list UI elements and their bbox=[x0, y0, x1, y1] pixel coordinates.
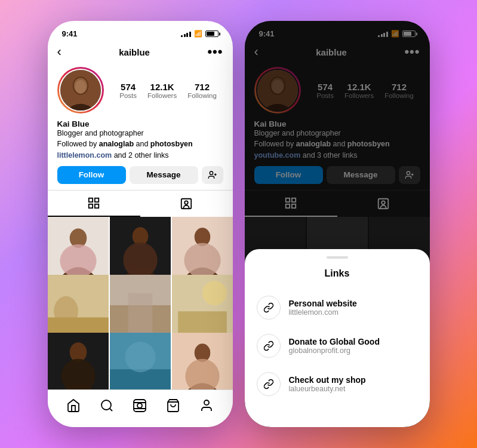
bio-bold2-left: photosbyen bbox=[150, 140, 193, 148]
grid-cell-1[interactable] bbox=[48, 217, 109, 278]
followers-value-left: 12.1K bbox=[150, 82, 174, 92]
stat-followers-left[interactable]: 12.1K Followers bbox=[147, 82, 177, 99]
stats-container-left: 574 Posts 12.1K Followers 712 Following bbox=[113, 82, 223, 99]
stat-posts-left[interactable]: 574 Posts bbox=[119, 82, 137, 99]
grid-cell-9[interactable] bbox=[172, 333, 233, 389]
action-buttons-left: Follow Message bbox=[57, 166, 223, 184]
grid-cell-5[interactable] bbox=[110, 275, 171, 336]
bio-line1-left: Blogger and photographer bbox=[57, 129, 144, 137]
message-button-left[interactable]: Message bbox=[130, 166, 198, 184]
grid-cell-7[interactable] bbox=[48, 333, 109, 389]
links-sheet: Links Personal website littlelemon.com bbox=[245, 249, 430, 427]
svg-point-47 bbox=[204, 400, 209, 405]
bio-bold1-left: analoglab bbox=[99, 140, 134, 148]
svg-rect-7 bbox=[89, 198, 93, 201]
home-nav-left[interactable] bbox=[60, 396, 87, 415]
svg-point-40 bbox=[101, 400, 111, 410]
grid-cell-4[interactable] bbox=[48, 275, 109, 336]
grid-cell-2[interactable] bbox=[110, 217, 171, 278]
svg-rect-9 bbox=[89, 204, 93, 207]
posts-value-left: 574 bbox=[121, 82, 136, 92]
svg-rect-42 bbox=[134, 400, 146, 412]
svg-point-4 bbox=[210, 171, 213, 174]
link-text-left: littlelemon.com bbox=[57, 151, 112, 159]
phone-left: 9:41 📶 ‹ kaiblue ••• bbox=[48, 21, 233, 427]
bottom-nav-left bbox=[48, 389, 233, 427]
shop-nav-left[interactable] bbox=[160, 396, 186, 415]
link-url-1: globalnonprofit.org bbox=[289, 346, 380, 355]
posts-label-left: Posts bbox=[119, 92, 137, 99]
followers-label-left: Followers bbox=[147, 92, 177, 99]
following-value-left: 712 bbox=[195, 82, 210, 92]
profile-name-left: Kai Blue bbox=[57, 119, 223, 128]
profile-link-left[interactable]: littlelemon.com and 2 other links bbox=[57, 149, 223, 161]
tab-grid-left[interactable] bbox=[48, 191, 140, 217]
status-time-left: 9:41 bbox=[62, 29, 78, 38]
follow-button-left[interactable]: Follow bbox=[57, 166, 126, 184]
link-icon-2 bbox=[257, 372, 281, 396]
link-icon-1 bbox=[257, 334, 281, 358]
svg-point-36 bbox=[125, 342, 155, 372]
bio-mid-left: and bbox=[134, 140, 150, 148]
svg-rect-8 bbox=[95, 198, 99, 201]
svg-point-12 bbox=[184, 201, 188, 204]
back-button-left[interactable]: ‹ bbox=[57, 44, 61, 60]
more-button-left[interactable]: ••• bbox=[207, 45, 223, 59]
wifi-icon-left: 📶 bbox=[194, 30, 202, 38]
link-url-2: lalueurbeauty.net bbox=[289, 385, 366, 393]
svg-point-3 bbox=[75, 80, 86, 94]
photo-grid-left bbox=[48, 217, 233, 390]
link-text-group-1: Donate to Global Good globalnonprofit.or… bbox=[289, 337, 380, 355]
avatar-left bbox=[57, 67, 104, 113]
link-item-1[interactable]: Donate to Global Good globalnonprofit.or… bbox=[245, 327, 430, 365]
person-button-left[interactable] bbox=[202, 166, 223, 184]
link-text-group-2: Check out my shop lalueurbeauty.net bbox=[289, 375, 366, 393]
profile-top-left: 574 Posts 12.1K Followers 712 Following bbox=[57, 67, 223, 113]
sheet-title: Links bbox=[245, 268, 430, 279]
nav-bar-left: ‹ kaiblue ••• bbox=[48, 42, 233, 65]
link-item-2[interactable]: Check out my shop lalueurbeauty.net bbox=[245, 365, 430, 403]
link-text-group-0: Personal website littlelemon.com bbox=[289, 299, 357, 317]
link-url-0: littlelemon.com bbox=[289, 308, 357, 317]
grid-cell-6[interactable] bbox=[172, 275, 233, 336]
search-nav-left[interactable] bbox=[94, 396, 120, 415]
svg-rect-21 bbox=[184, 243, 220, 277]
svg-rect-10 bbox=[95, 204, 99, 207]
bio-prefix-left: Followed by bbox=[57, 140, 99, 148]
following-label-left: Following bbox=[187, 92, 217, 99]
profile-info-left: Kai Blue Blogger and photographer Follow… bbox=[57, 119, 223, 161]
grid-cell-3[interactable] bbox=[172, 217, 233, 278]
svg-line-41 bbox=[110, 409, 112, 411]
svg-rect-27 bbox=[128, 293, 152, 335]
svg-rect-15 bbox=[60, 244, 96, 277]
link-title-1: Donate to Global Good bbox=[289, 337, 380, 346]
reels-nav-left[interactable] bbox=[127, 396, 153, 415]
battery-icon-left bbox=[205, 30, 219, 37]
svg-point-43 bbox=[137, 403, 142, 408]
sheet-handle bbox=[327, 256, 348, 259]
tab-bar-left bbox=[48, 190, 233, 217]
link-title-0: Personal website bbox=[289, 299, 357, 308]
status-bar-left: 9:41 📶 bbox=[48, 21, 233, 42]
stat-following-left[interactable]: 712 Following bbox=[187, 82, 217, 99]
grid-cell-8[interactable] bbox=[110, 333, 171, 389]
username-left: kaiblue bbox=[119, 47, 150, 57]
link-suffix-left: and 2 other links bbox=[112, 151, 168, 159]
phone-right: 9:41 📶 ‹ kaiblue ••• bbox=[245, 21, 430, 427]
link-item-0[interactable]: Personal website littlelemon.com bbox=[245, 289, 430, 327]
tab-tagged-left[interactable] bbox=[140, 191, 233, 217]
status-icons-left: 📶 bbox=[181, 30, 219, 38]
svg-rect-18 bbox=[123, 242, 157, 277]
profile-nav-left[interactable] bbox=[193, 396, 220, 415]
link-title-2: Check out my shop bbox=[289, 375, 366, 385]
link-icon-0 bbox=[257, 296, 281, 320]
profile-section-left: 574 Posts 12.1K Followers 712 Following … bbox=[48, 65, 233, 190]
profile-bio-left: Blogger and photographer Followed by ana… bbox=[57, 128, 223, 149]
svg-rect-30 bbox=[178, 311, 227, 336]
signal-icon-left bbox=[181, 30, 191, 37]
svg-point-29 bbox=[202, 281, 227, 305]
